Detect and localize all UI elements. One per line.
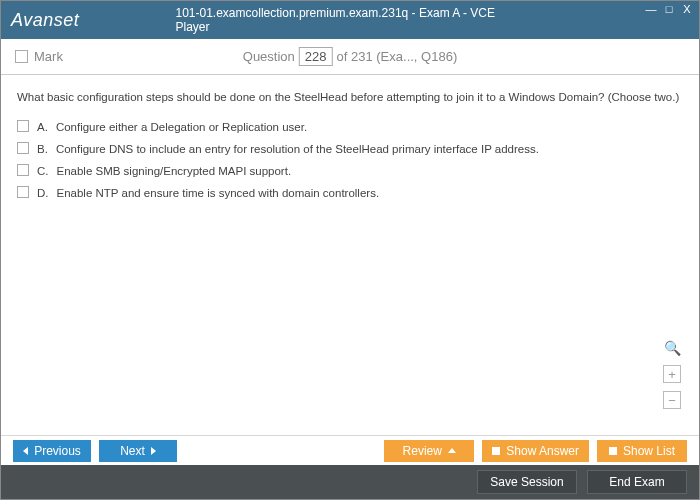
option-text: Configure DNS to include an entry for re… bbox=[56, 141, 539, 157]
option-text: Enable NTP and ensure time is synced wit… bbox=[57, 185, 380, 201]
review-label: Review bbox=[403, 444, 442, 458]
show-answer-button[interactable]: Show Answer bbox=[482, 440, 589, 462]
square-icon bbox=[609, 447, 617, 455]
zoom-tools: 🔍 + − bbox=[663, 339, 681, 409]
chevron-right-icon bbox=[151, 447, 156, 455]
option-letter: A. bbox=[37, 119, 48, 135]
show-list-label: Show List bbox=[623, 444, 675, 458]
question-text: What basic configuration steps should be… bbox=[17, 89, 683, 105]
question-number-input[interactable]: 228 bbox=[299, 47, 333, 66]
previous-button[interactable]: Previous bbox=[13, 440, 91, 462]
option-letter: D. bbox=[37, 185, 49, 201]
option-letter: C. bbox=[37, 163, 49, 179]
option-text: Enable SMB signing/Encrypted MAPI suppor… bbox=[57, 163, 292, 179]
maximize-button[interactable]: □ bbox=[663, 3, 675, 15]
show-answer-label: Show Answer bbox=[506, 444, 579, 458]
option-row[interactable]: B. Configure DNS to include an entry for… bbox=[17, 141, 683, 157]
chevron-left-icon bbox=[23, 447, 28, 455]
option-checkbox[interactable] bbox=[17, 142, 29, 154]
end-exam-button[interactable]: End Exam bbox=[587, 470, 687, 494]
previous-label: Previous bbox=[34, 444, 81, 458]
option-checkbox[interactable] bbox=[17, 186, 29, 198]
footer-row-nav: Previous Next Review Show Answer Show Li… bbox=[1, 435, 699, 465]
review-button[interactable]: Review bbox=[384, 440, 474, 462]
mark-label: Mark bbox=[34, 49, 63, 64]
zoom-in-button[interactable]: + bbox=[663, 365, 681, 383]
close-button[interactable]: X bbox=[681, 3, 693, 15]
option-checkbox[interactable] bbox=[17, 120, 29, 132]
next-button[interactable]: Next bbox=[99, 440, 177, 462]
option-checkbox[interactable] bbox=[17, 164, 29, 176]
question-header: Mark Question 228 of 231 (Exa..., Q186) bbox=[1, 39, 699, 75]
footer: Previous Next Review Show Answer Show Li… bbox=[1, 435, 699, 499]
mark-checkbox[interactable] bbox=[15, 50, 28, 63]
option-letter: B. bbox=[37, 141, 48, 157]
title-bar: Avanset 101-01.examcollection.premium.ex… bbox=[1, 1, 699, 39]
footer-row-actions: Save Session End Exam bbox=[1, 465, 699, 499]
option-text: Configure either a Delegation or Replica… bbox=[56, 119, 307, 135]
option-row[interactable]: C. Enable SMB signing/Encrypted MAPI sup… bbox=[17, 163, 683, 179]
option-row[interactable]: A. Configure either a Delegation or Repl… bbox=[17, 119, 683, 135]
zoom-out-button[interactable]: − bbox=[663, 391, 681, 409]
next-label: Next bbox=[120, 444, 145, 458]
window-title: 101-01.examcollection.premium.exam.231q … bbox=[176, 6, 525, 34]
magnify-icon[interactable]: 🔍 bbox=[663, 339, 681, 357]
minimize-button[interactable]: — bbox=[645, 3, 657, 15]
question-total: of 231 (Exa..., Q186) bbox=[337, 49, 458, 64]
question-content: What basic configuration steps should be… bbox=[1, 75, 699, 221]
option-row[interactable]: D. Enable NTP and ensure time is synced … bbox=[17, 185, 683, 201]
show-list-button[interactable]: Show List bbox=[597, 440, 687, 462]
app-logo: Avanset bbox=[11, 10, 79, 31]
question-counter: Question 228 of 231 (Exa..., Q186) bbox=[243, 47, 457, 66]
chevron-up-icon bbox=[448, 448, 456, 453]
save-session-button[interactable]: Save Session bbox=[477, 470, 577, 494]
question-word: Question bbox=[243, 49, 295, 64]
window-controls: — □ X bbox=[645, 3, 693, 15]
mark-control[interactable]: Mark bbox=[15, 49, 63, 64]
square-icon bbox=[492, 447, 500, 455]
